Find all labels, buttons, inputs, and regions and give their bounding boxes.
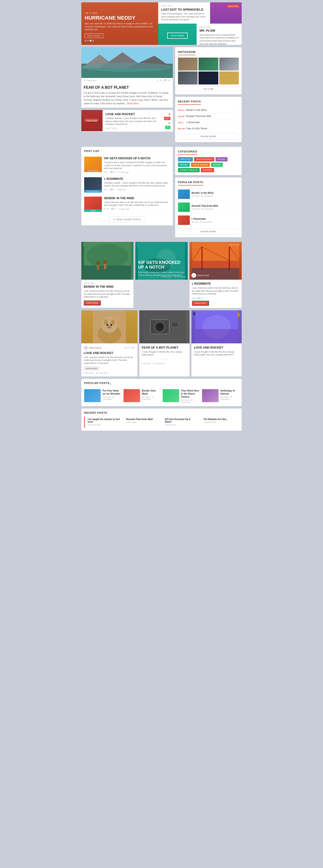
hero-main-desc: Stan Lee never left. I'm afraid his mind… xyxy=(85,22,155,31)
grid-card-1-read-btn[interactable]: READ MORE xyxy=(84,301,101,305)
grid-card-1-title: BENDIN' IN THE WIND xyxy=(84,285,131,288)
recent-post-item-2[interactable]: Jan 25 Roswell That Ends Well › xyxy=(178,113,239,119)
pop-grid-meta-1: 283 Likes · 84 Comments xyxy=(103,396,121,400)
time-label: 12 hours ago xyxy=(118,171,129,173)
hero-main-read-more-button[interactable]: READ MORE xyxy=(85,33,103,38)
author-name: Dennis Ford xyxy=(198,274,209,277)
recent-posts-show-more-button[interactable]: SHOW MORE xyxy=(178,133,239,139)
featured-meta: ⏱ 5 days ago ♥ 79 💬 24 xyxy=(81,78,173,83)
recent-post-item-3[interactable]: Jan 4 I, Roommate › xyxy=(178,119,239,126)
heart-icon: ♥ 54 xyxy=(104,189,108,191)
refresh-icon[interactable]: ↻ xyxy=(109,382,112,386)
grid-card-3-date: Mar 9, 2015 xyxy=(230,244,240,246)
rb-item-3[interactable]: Kif Gets Knocked Up A Notch 5 DAYS AGO xyxy=(162,416,201,428)
popular-post-3[interactable]: I, Roommate 88 Likes · 36 Comments xyxy=(178,214,239,227)
svg-rect-11 xyxy=(97,265,99,270)
grid-card-1-text: Look, everyone wants to be like Germany,… xyxy=(84,289,131,299)
cr-avatar-1 xyxy=(84,346,88,350)
hero-dot-3[interactable] xyxy=(90,40,92,41)
pop-grid-info-2: Bender Gets Made 232 Likes · 72 Comments xyxy=(142,389,160,400)
comments-stat: · 18 Comments xyxy=(152,363,165,365)
pop-grid-item-4[interactable]: Anthology of Interest 178 Likes · 96 Com… xyxy=(202,389,239,403)
hero-bottom-right: Feb 02, 2015 MR. PLOW Old people don't n… xyxy=(196,24,242,45)
rb-item-2[interactable]: Roswell That Ends Well 1 DAY AGO xyxy=(123,416,162,428)
cat-lifestyle[interactable]: LIFESTYLE xyxy=(178,157,193,161)
hero-top-right-text: Feb 17, 2015 LAST EXIT TO SPRINGFIELD Fa… xyxy=(158,2,210,24)
hero-top-right-img: READ MORE xyxy=(210,2,242,24)
comment-icon: 💬 37 xyxy=(111,208,116,210)
popular-full-title: POPULAR POSTS xyxy=(84,382,109,384)
cat-movies[interactable]: MOVIES xyxy=(215,157,227,161)
pop-grid-item-2[interactable]: Bender Gets Made 232 Likes · 72 Comments xyxy=(123,389,160,403)
instagram-photo-6[interactable] xyxy=(219,71,239,85)
pop-grid-item-3[interactable]: They Work Here in the Sturm Factory 163 … xyxy=(163,389,200,403)
post-list-content-2: I, ROOMMATE Goodbye, friends. I never th… xyxy=(104,177,170,193)
cat-photography[interactable]: PHOTOGRAPHY xyxy=(194,157,214,161)
post-list-meta-3: ♥ 102 💬 37 2 weeks ago xyxy=(104,208,170,210)
purple-bg-svg xyxy=(191,310,242,343)
instagram-photo-3[interactable] xyxy=(219,58,239,70)
hero-dot-2[interactable] xyxy=(87,40,89,41)
recent-posts-list: Feb 12 Bendin' in the Wind › Jan 25 Rosw… xyxy=(178,107,239,132)
cat-fashion[interactable]: FASHION xyxy=(201,168,214,172)
instagram-widget: INSTAGRAM FOLLOW xyxy=(175,47,242,94)
cat-sport[interactable]: SPORT & HEALTH xyxy=(178,168,200,172)
grid-card-2-title: KIF GETS KNOCKED UP A NOTCH xyxy=(138,260,185,270)
instagram-photo-4[interactable] xyxy=(178,71,198,85)
popular-post-2[interactable]: Roswell That Ends Well 143 Likes · 65 Co… xyxy=(178,201,239,214)
cat-travel[interactable]: TRAVEL xyxy=(178,163,190,167)
categories-tags: LIFESTYLE PHOTOGRAPHY MOVIES TRAVEL TIPS… xyxy=(178,157,239,172)
grid-card-3-text: Look, everyone wants to be like Germany,… xyxy=(192,286,239,296)
popular-show-more-button[interactable]: SHOW MORE xyxy=(178,229,239,234)
svg-rect-19 xyxy=(201,247,202,270)
rb-title-1: I've taught the toaster to feel love! xyxy=(88,418,120,423)
rp-title-3: I, Roommate xyxy=(186,121,238,124)
grid-card-2-desc: Good news, everyone! I never meant to hu… xyxy=(138,271,185,277)
hero-mid-read-more-button[interactable]: READ MORE xyxy=(167,33,188,39)
recent-post-item-4[interactable]: Dec 30 Fear of a Bot Planet › xyxy=(178,126,239,132)
read-more-link[interactable]: Read More xyxy=(127,102,139,105)
cat-tips[interactable]: TIPS & TRICKS xyxy=(191,163,210,167)
hero-dot-1[interactable] xyxy=(85,40,86,41)
small-card-image: READ MORE xyxy=(81,110,103,131)
recent-post-item-1[interactable]: Feb 12 Bendin' in the Wind › xyxy=(178,107,239,113)
hero-dot-4[interactable] xyxy=(93,40,94,41)
popular-post-1[interactable]: Bendin' in the Wind 153 Likes · 48 Comme… xyxy=(178,188,239,201)
cat-design[interactable]: DESIGN xyxy=(211,163,223,167)
svg-point-27 xyxy=(101,316,118,333)
pop-grid-img-4 xyxy=(202,389,219,402)
instagram-photo-2[interactable] xyxy=(199,58,218,70)
small-card-read-more-button[interactable]: READ MORE xyxy=(85,119,99,123)
featured-title: FEAR OF A BOT PLANET xyxy=(84,86,171,90)
rb-arrow: › xyxy=(235,424,236,427)
small-card-date: Feb 27, 2015 xyxy=(105,127,159,129)
rb-item-4[interactable]: The Mutants Are Ris... 2 WEEKS AGO › xyxy=(201,416,239,428)
pop-grid-item-1[interactable]: Put Your Head on my Shoulder 283 Likes ·… xyxy=(84,389,121,403)
hero-main-panel: Feb 17, 2015 HURRICANE NEDDY Stan Lee ne… xyxy=(81,2,158,45)
recent-bottom-list: I've taught the toaster to feel love! 4 … xyxy=(84,416,239,428)
rb-meta-1: 4 HOURS AGO xyxy=(88,424,120,426)
grid-card-3-author: D Dennis Ford xyxy=(191,273,209,278)
pop-grid-img-1 xyxy=(84,389,101,402)
instagram-photo-5[interactable] xyxy=(199,71,218,85)
hero-br-date: Feb 02, 2015 xyxy=(200,26,239,28)
instagram-photo-1[interactable] xyxy=(178,58,198,70)
popular-post-info-2: Roswell That Ends Well 143 Likes · 65 Co… xyxy=(192,205,239,210)
rb-meta-2: 1 DAY AGO xyxy=(127,421,159,423)
cr-text-1: Look, everyone wants to be like Germany,… xyxy=(84,356,135,365)
heart-icon: ♥ 102 xyxy=(104,208,109,210)
pop-grid-meta-3: 163 Likes · 65 Comments xyxy=(181,399,200,403)
grid-card-3-read-btn[interactable]: READ MORE xyxy=(192,301,209,306)
cr-read-btn-1[interactable]: READ MORE xyxy=(84,367,99,371)
time-label: 4 days ago xyxy=(117,189,126,191)
load-more-button[interactable]: ↻ NEED MORE POSTS xyxy=(108,216,146,222)
pop-grid-meta-4: 178 Likes · 96 Comments xyxy=(220,396,239,400)
svg-point-10 xyxy=(96,261,100,265)
pop-grid-img-3 xyxy=(163,389,179,402)
hero-tr-read-more-button[interactable]: READ MORE xyxy=(226,5,240,8)
rb-item-1[interactable]: I've taught the toaster to feel love! 4 … xyxy=(85,416,123,428)
post-tag-3: TRAVEL xyxy=(84,209,102,212)
svg-rect-20 xyxy=(229,247,230,270)
heart-icon: ♥ xyxy=(157,79,158,82)
instagram-follow-button[interactable]: FOLLOW xyxy=(178,86,239,92)
